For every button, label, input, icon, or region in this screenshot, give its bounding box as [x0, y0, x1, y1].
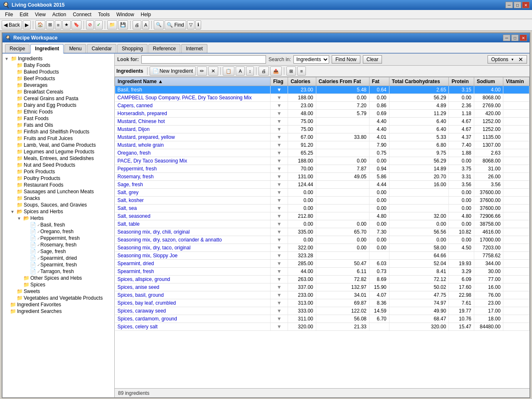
- table-row[interactable]: Oregano, fresh ▼ 65.25 0.75 9.75 1.88 2.…: [115, 149, 530, 157]
- table-row[interactable]: Sage, fresh ▼ 124.44 4.44 16.00 3.56 3.5…: [115, 181, 530, 189]
- table-row[interactable]: CAMPBELL Soup Company, PACE, Dry Taco Se…: [115, 94, 530, 102]
- table-row[interactable]: Seasoning mix, Sloppy Joe ▼ 323.28 64.66…: [115, 252, 530, 260]
- tree-item-35[interactable]: 📁Vegetables and Vegetable Products: [2, 295, 114, 301]
- tree-item-15[interactable]: 📁Nut and Seed Products: [2, 162, 114, 168]
- table-row[interactable]: Spices, bay leaf, crumbled ▼ 313.00 69.8…: [115, 299, 530, 307]
- font-button[interactable]: A: [142, 20, 149, 30]
- table-row[interactable]: Salt, table ▼ 0.00 0.00 0.00 0.00 0.00 3…: [115, 220, 530, 228]
- close-button[interactable]: ✕: [522, 2, 530, 8]
- table-row[interactable]: Spices, celery salt ▼ 320.00 21.33 320.0…: [115, 323, 530, 331]
- tree-item-27[interactable]: 📄✓Rosemary, fresh: [2, 241, 114, 248]
- table-row[interactable]: Spearmint, fresh ▼ 44.00 6.11 0.73 8.41 …: [115, 268, 530, 276]
- table-row[interactable]: Mustard, prepared, yellow ▼ 67.00 33.80 …: [115, 133, 530, 141]
- table-row[interactable]: Horseradish, prepared ▼ 48.00 5.79 0.69 …: [115, 110, 530, 118]
- view2-button[interactable]: ≡: [297, 66, 305, 76]
- inner-maximize-button[interactable]: □: [511, 34, 519, 41]
- print-ing-button[interactable]: 🖨: [259, 66, 269, 76]
- font-size-button[interactable]: A: [236, 66, 244, 76]
- table-row[interactable]: Seasoning mix, dry, chili, original ▼ 33…: [115, 228, 530, 236]
- bookmark-button[interactable]: 🔖: [71, 20, 81, 30]
- table-row[interactable]: Basil, fresh ▼ 23.00 5.48 0.64 2.65 3.15…: [115, 86, 530, 94]
- export-button[interactable]: 📤: [270, 66, 282, 76]
- tree-item-5[interactable]: 📁Cereal Grains and Pasta: [2, 95, 114, 102]
- menu-connect[interactable]: Connect: [69, 11, 95, 18]
- home-button[interactable]: 🏠: [35, 20, 45, 30]
- tree-item-7[interactable]: 📁Ethnic Foods: [2, 108, 114, 115]
- tree-item-0[interactable]: 📁Baby Foods: [2, 62, 114, 69]
- menu-view[interactable]: View: [32, 11, 49, 18]
- floppy-button[interactable]: 💾: [118, 20, 128, 30]
- col-fat[interactable]: Fat: [369, 77, 389, 86]
- grid-button[interactable]: ⊞: [46, 20, 54, 30]
- table-row[interactable]: Salt, seasoned ▼ 212.80 4.80 32.00 4.80 …: [115, 212, 530, 220]
- copy-button[interactable]: 📋: [223, 66, 234, 76]
- table-row[interactable]: Seasoning mix, dry, sazon, coriander & a…: [115, 236, 530, 244]
- folder-button[interactable]: 📁: [107, 20, 117, 30]
- table-container[interactable]: Ingredient Name ▲ Flag Calories Calories…: [115, 77, 530, 388]
- tree-item-24[interactable]: 📄✓Basil, fresh: [2, 222, 114, 228]
- clear-button[interactable]: Clear: [363, 55, 382, 64]
- menu-edit[interactable]: Edit: [16, 11, 32, 18]
- red-circle-button[interactable]: ⊘: [86, 20, 94, 30]
- tree-item-37[interactable]: 📁Ingredient Searches: [2, 308, 114, 315]
- tree-item-23[interactable]: ▼📂Herbs: [2, 215, 114, 222]
- tab-ingredient[interactable]: Ingredient: [30, 44, 64, 54]
- tree-item-34[interactable]: 📁Sweets: [2, 288, 114, 295]
- table-row[interactable]: Spices, caraway seed ▼ 333.00 122.02 14.…: [115, 307, 530, 315]
- table-row[interactable]: Spices, cardamom, ground ▼ 311.00 56.08 …: [115, 315, 530, 323]
- col-total-carb[interactable]: Total Carbohydrates: [389, 77, 449, 86]
- col-cal-fat[interactable]: Calories From Fat: [316, 77, 369, 86]
- tree-item-2[interactable]: 📁Beef Products: [2, 75, 114, 82]
- tree-item-29[interactable]: 📄✓Spearmint, dried: [2, 255, 114, 261]
- filter-button[interactable]: ▽: [187, 20, 195, 30]
- menu-file[interactable]: File: [2, 11, 16, 18]
- tree-item-30[interactable]: 📄✓Spearmint, fresh: [2, 261, 114, 268]
- table-row[interactable]: Mustard, Chinese hot ▼ 75.00 4.40 6.40 4…: [115, 118, 530, 126]
- table-row[interactable]: Salt, kosher ▼ 0.00 0.00 0.00 37600.00: [115, 197, 530, 204]
- menu-action[interactable]: Action: [49, 11, 69, 18]
- tree-item-4[interactable]: 📁Breakfast Cereals: [2, 89, 114, 95]
- table-row[interactable]: Mustard, Dijon ▼ 75.00 4.40 6.40 4.67 12…: [115, 126, 530, 133]
- tree-item-6[interactable]: 📁Dairy and Egg Products: [2, 102, 114, 108]
- search-in-dropdown[interactable]: Ingredients: [293, 55, 329, 64]
- edit-ingredient-button[interactable]: ✏: [197, 66, 207, 76]
- tree-item-33[interactable]: 📁Spices: [2, 281, 114, 288]
- col-calories[interactable]: Calories: [288, 77, 316, 86]
- tree-item-32[interactable]: 📁Other Spices and Hebs: [2, 275, 114, 281]
- tree-item-8[interactable]: 📁Fast Foods: [2, 115, 114, 122]
- col-name[interactable]: Ingredient Name ▲: [115, 77, 271, 86]
- inner-close-button[interactable]: ✕: [520, 34, 527, 41]
- tree-item-12[interactable]: 📁Lamb, Veal, and Game Products: [2, 142, 114, 148]
- menu-window[interactable]: Window: [113, 11, 138, 18]
- table-row[interactable]: Spices, anise seed ▼ 337.00 132.97 15.90…: [115, 283, 530, 291]
- table-row[interactable]: Spices, allspice, ground ▼ 263.00 72.82 …: [115, 276, 530, 283]
- table-row[interactable]: Spices, basil, ground ▼ 233.00 34.01 4.0…: [115, 291, 530, 299]
- tree-item-11[interactable]: 📁Fruits and Fruit Juices: [2, 135, 114, 142]
- table-row[interactable]: Rosemary, fresh ▼ 131.00 49.05 5.86 20.7…: [115, 173, 530, 181]
- table-row[interactable]: Capers, canned ▼ 23.00 7.20 0.86 4.89 2.…: [115, 102, 530, 110]
- new-ingredient-button[interactable]: 📄 New Ingredient: [150, 66, 196, 76]
- back-button[interactable]: ◀ Back: [2, 20, 22, 30]
- tree-item-20[interactable]: 📁Snacks: [2, 195, 114, 202]
- green-circle-button[interactable]: ✓: [95, 20, 103, 30]
- menu-tools[interactable]: Tools: [95, 11, 113, 18]
- maximize-button[interactable]: □: [514, 2, 521, 8]
- tab-shopping[interactable]: Shopping: [117, 44, 148, 53]
- table-row[interactable]: Salt, grey ▼ 0.00 0.00 0.00 37600.00: [115, 189, 530, 197]
- tab-internet[interactable]: Internet: [181, 44, 207, 53]
- find-button[interactable]: 🔍 Find: [165, 20, 186, 30]
- tree-item-36[interactable]: 📁Ingredient Favorites: [2, 301, 114, 308]
- tree-item-13[interactable]: 📁Legumes and Legume Products: [2, 148, 114, 155]
- tab-reference[interactable]: Reference: [148, 44, 180, 53]
- delete-ingredient-button[interactable]: ✕: [208, 66, 218, 76]
- tree-item-31[interactable]: 📄✓Tarragon, fresh: [2, 268, 114, 275]
- inner-minimize-button[interactable]: ─: [503, 34, 510, 41]
- table-row[interactable]: Seasoning mix, dry, taco, original ▼ 322…: [115, 244, 530, 252]
- view1-button[interactable]: ⊞: [286, 66, 296, 76]
- tree-item-16[interactable]: 📁Pork Products: [2, 168, 114, 175]
- tree-item-18[interactable]: 📁Restaurant Foods: [2, 182, 114, 188]
- table-row[interactable]: Peppermint, fresh ▼ 70.00 7.87 0.94 14.8…: [115, 165, 530, 173]
- tree-item-1[interactable]: 📁Baked Products: [2, 69, 114, 75]
- tree-item-21[interactable]: 📁Soups, Sauces, and Gravies: [2, 202, 114, 208]
- tree-item-26[interactable]: 📄✓Peppermint, fresh: [2, 235, 114, 241]
